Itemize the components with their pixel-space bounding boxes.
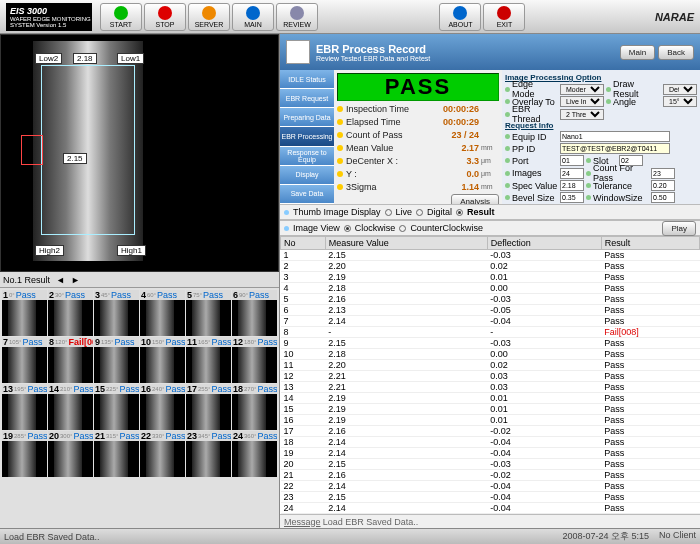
- status-time: 2008-07-24 오후 5:15: [562, 530, 649, 543]
- exit-button[interactable]: EXIT: [483, 3, 525, 31]
- message-bar: Message Load EBR Saved Data..: [280, 514, 700, 528]
- callout-low2: Low2: [35, 53, 62, 64]
- thumb-2[interactable]: 230°Pass: [48, 290, 93, 336]
- main-button[interactable]: MAIN: [232, 3, 274, 31]
- results-table[interactable]: NoMeasure ValueDeflectionResult12.15-0.0…: [280, 236, 700, 514]
- step-4[interactable]: Response to Equip: [280, 147, 334, 166]
- thumb-21[interactable]: 21315°Pass: [94, 431, 139, 477]
- table-row[interactable]: 42.180.00Pass: [281, 283, 700, 294]
- port-input[interactable]: [560, 155, 584, 166]
- table-row[interactable]: 62.13-0.05Pass: [281, 305, 700, 316]
- table-row[interactable]: 202.15-0.03Pass: [281, 459, 700, 470]
- col-header[interactable]: Measure Value: [325, 237, 487, 250]
- thumb-16[interactable]: 16240°Pass: [140, 384, 185, 430]
- thumb-3[interactable]: 345°Pass: [94, 290, 139, 336]
- table-row[interactable]: 192.14-0.04Pass: [281, 448, 700, 459]
- record-banner: EBR Process Record Review Tested EBR Dat…: [280, 34, 700, 70]
- thumb-19[interactable]: 19285°Pass: [2, 431, 47, 477]
- next-image-button[interactable]: ►: [71, 275, 80, 285]
- table-row[interactable]: 222.14-0.04Pass: [281, 481, 700, 492]
- thumb-5[interactable]: 575°Pass: [186, 290, 231, 336]
- col-header[interactable]: Deflection: [487, 237, 601, 250]
- edge-mode-select[interactable]: Moderate: [560, 84, 604, 95]
- live-radio[interactable]: [385, 209, 392, 216]
- step-5[interactable]: Display: [280, 166, 334, 185]
- thumb-11[interactable]: 11165°Pass: [186, 337, 231, 383]
- result-radio[interactable]: [456, 209, 463, 216]
- step-6[interactable]: Save Data: [280, 185, 334, 204]
- back-button[interactable]: Back: [658, 45, 694, 60]
- equip-id-input[interactable]: [560, 131, 670, 142]
- angle-select[interactable]: 15°: [663, 96, 697, 107]
- table-row[interactable]: 122.210.03Pass: [281, 371, 700, 382]
- stop-button[interactable]: STOP: [144, 3, 186, 31]
- thumb-20[interactable]: 20300°Pass: [48, 431, 93, 477]
- ebr-thread-select[interactable]: 2 Thread: [560, 109, 604, 120]
- thumb-8[interactable]: 8120°Fail[008]: [48, 337, 93, 383]
- table-row[interactable]: 12.15-0.03Pass: [281, 250, 700, 261]
- thumb-9[interactable]: 9135°Pass: [94, 337, 139, 383]
- table-row[interactable]: 152.190.01Pass: [281, 404, 700, 415]
- table-row[interactable]: 142.190.01Pass: [281, 393, 700, 404]
- table-row[interactable]: 212.16-0.02Pass: [281, 470, 700, 481]
- review-button[interactable]: REVIEW: [276, 3, 318, 31]
- thumb-13[interactable]: 13195°Pass: [2, 384, 47, 430]
- table-row[interactable]: 22.200.02Pass: [281, 261, 700, 272]
- table-row[interactable]: 232.15-0.04Pass: [281, 492, 700, 503]
- col-header[interactable]: Result: [601, 237, 699, 250]
- thumb-23[interactable]: 23345°Pass: [186, 431, 231, 477]
- thumb-10[interactable]: 10150°Pass: [140, 337, 185, 383]
- step-0[interactable]: IDLE Status: [280, 70, 334, 89]
- table-row[interactable]: 92.15-0.03Pass: [281, 338, 700, 349]
- table-row[interactable]: 162.190.01Pass: [281, 415, 700, 426]
- thumb-1[interactable]: 10°Pass: [2, 290, 47, 336]
- about-button[interactable]: ABOUT: [439, 3, 481, 31]
- table-row[interactable]: 132.210.03Pass: [281, 382, 700, 393]
- view-options-bar: Thumb Image Display Live Digital Result: [280, 204, 700, 220]
- play-button[interactable]: Play: [662, 221, 696, 236]
- start-button[interactable]: START: [100, 3, 142, 31]
- draw-result-select[interactable]: Detail: [663, 84, 697, 95]
- prev-image-button[interactable]: ◄: [56, 275, 65, 285]
- metric-row: Mean Value 2.17mm: [337, 141, 499, 154]
- save-icon: [286, 40, 310, 64]
- table-row[interactable]: 172.16-0.02Pass: [281, 426, 700, 437]
- thumb-14[interactable]: 14210°Pass: [48, 384, 93, 430]
- table-row[interactable]: 182.14-0.04Pass: [281, 437, 700, 448]
- table-row[interactable]: 112.200.02Pass: [281, 360, 700, 371]
- table-row[interactable]: 32.190.01Pass: [281, 272, 700, 283]
- thumb-4[interactable]: 460°Pass: [140, 290, 185, 336]
- thumb-18[interactable]: 18270°Pass: [232, 384, 277, 430]
- step-1[interactable]: EBR Request: [280, 89, 334, 108]
- table-row[interactable]: 52.16-0.03Pass: [281, 294, 700, 305]
- digital-radio[interactable]: [416, 209, 423, 216]
- thumb-24[interactable]: 24360°Pass: [232, 431, 277, 477]
- window-input[interactable]: [651, 192, 675, 203]
- main-wafer-image[interactable]: Low2 Low1 2.18 2.15 High2 High1: [0, 34, 279, 272]
- step-2[interactable]: Preparing Data: [280, 108, 334, 127]
- overlay-select[interactable]: Live Imag: [560, 96, 604, 107]
- tolerance-input[interactable]: [651, 180, 675, 191]
- table-row[interactable]: 72.14-0.04Pass: [281, 316, 700, 327]
- thumb-17[interactable]: 17255°Pass: [186, 384, 231, 430]
- step-3[interactable]: EBR Processing: [280, 127, 334, 146]
- ccw-radio[interactable]: [399, 225, 406, 232]
- thumb-22[interactable]: 22330°Pass: [140, 431, 185, 477]
- cw-radio[interactable]: [344, 225, 351, 232]
- spec-input[interactable]: [560, 180, 584, 191]
- col-header[interactable]: No: [281, 237, 326, 250]
- countpass-input[interactable]: [651, 168, 675, 179]
- thumb-7[interactable]: 7105°Pass: [2, 337, 47, 383]
- server-button[interactable]: SERVER: [188, 3, 230, 31]
- thumb-15[interactable]: 15225°Pass: [94, 384, 139, 430]
- thumbnail-grid: 10°Pass230°Pass345°Pass460°Pass575°Pass6…: [0, 288, 279, 528]
- table-row[interactable]: 8--Fail[008]: [281, 327, 700, 338]
- table-row[interactable]: 242.14-0.04Pass: [281, 503, 700, 514]
- images-input[interactable]: [560, 168, 584, 179]
- pp-id-input[interactable]: [560, 143, 670, 154]
- table-row[interactable]: 102.180.00Pass: [281, 349, 700, 360]
- main-button[interactable]: Main: [620, 45, 655, 60]
- thumb-6[interactable]: 690°Pass: [232, 290, 277, 336]
- thumb-12[interactable]: 12180°Pass: [232, 337, 277, 383]
- bevel-input[interactable]: [560, 192, 584, 203]
